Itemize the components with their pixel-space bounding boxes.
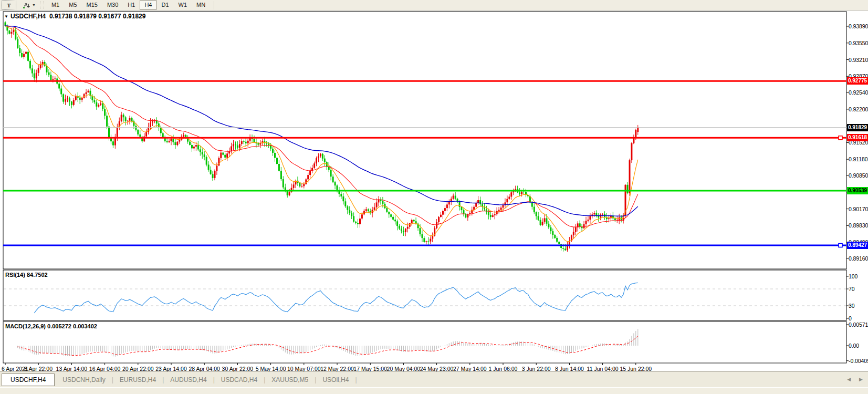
toolbar-separator: [214, 1, 214, 9]
rsi-tick-label: 70: [849, 286, 854, 292]
timeframe-button-m5[interactable]: M5: [64, 0, 81, 10]
timeframe-toolbar: M1M5M15M30H1H4D1W1MN: [47, 0, 210, 10]
price-badge-0.91618: 0.91618: [847, 134, 868, 141]
support-blue-line-handle[interactable]: [839, 244, 842, 247]
chart-tab-usoil[interactable]: USOil,H4: [316, 374, 355, 386]
arrows-tool-button[interactable]: ▼: [19, 1, 38, 10]
timeframe-button-w1[interactable]: W1: [174, 0, 192, 10]
price-tick-label: 0.93550: [849, 40, 868, 46]
price-tick-label: 0.90850: [849, 172, 868, 179]
timeframe-button-m1[interactable]: M1: [47, 0, 64, 10]
dropdown-caret-icon: ▼: [32, 3, 36, 7]
price-tick-label: 0.93890: [849, 23, 868, 29]
macd-label: MACD(12,26,9) 0.005272 0.003402: [5, 323, 97, 329]
price-badge-0.89427: 0.89427: [847, 242, 868, 249]
price-badge-0.91829: 0.91829: [847, 124, 868, 131]
macd-tick-label: 0.00: [849, 343, 859, 349]
chart-title: ▼ USDCHF,H4 0.91738 0.91879 0.91677 0.91…: [4, 13, 145, 20]
macd-tick-label: 0.005718: [849, 322, 868, 328]
timeframe-button-d1[interactable]: D1: [156, 0, 173, 10]
price-tick-label: 0.89160: [849, 255, 868, 262]
chart-tab-usdchf[interactable]: USDCHF,H4: [2, 374, 55, 386]
price-tick-label: 0.92200: [849, 106, 868, 112]
timeframe-button-mn[interactable]: MN: [192, 0, 210, 10]
main-panel-frame: [3, 12, 846, 269]
rsi-label: RSI(14) 84.7502: [5, 272, 48, 278]
timeframe-button-m30[interactable]: M30: [102, 0, 123, 10]
rsi-tick-label: 30: [849, 303, 854, 309]
chart-tab-bar: USDCHF,H4USDCNH,Daily|EURUSD,H4|AUDUSD,H…: [0, 371, 868, 387]
chart-tab-usdcnh[interactable]: USDCNH,Daily: [56, 374, 111, 386]
price-tick-label: 0.90170: [849, 206, 868, 212]
timeframe-button-h4[interactable]: H4: [140, 0, 156, 10]
price-badge-0.90539: 0.90539: [847, 187, 868, 194]
tab-divider: |: [355, 376, 357, 383]
price-chart-canvas[interactable]: [0, 11, 868, 371]
chart-title-text: USDCHF,H4 0.91738 0.91879 0.91677 0.9182…: [11, 13, 146, 20]
toolbar-grip: [40, 2, 44, 8]
tab-scroll-left-icon[interactable]: ◀: [847, 377, 851, 382]
chart-tab-audusd[interactable]: AUDUSD,H4: [164, 374, 213, 386]
macd-panel-frame: [3, 322, 846, 363]
price-tick-label: 0.93210: [849, 57, 868, 63]
price-tick-label: 0.91180: [849, 156, 867, 162]
rsi-tick-label: 100: [849, 273, 857, 279]
tab-scroll-right-icon[interactable]: ▶: [859, 377, 863, 382]
chart-tab-xauusd[interactable]: XAUUSD,M5: [265, 374, 315, 386]
tab-scroll-arrows: ◀ ▶: [847, 377, 863, 382]
price-badge-0.92775: 0.92775: [847, 77, 868, 85]
status-strip: [0, 387, 868, 394]
resistance-lower-line-handle[interactable]: [839, 136, 842, 140]
chart-menu-triangle-icon: ▼: [4, 14, 8, 19]
chart-tab-eurusd[interactable]: EURUSD,H4: [113, 374, 162, 386]
timeframe-button-h1[interactable]: H1: [123, 0, 140, 10]
timeframe-button-m15[interactable]: M15: [82, 0, 102, 10]
macd-tick-label: -0.004094: [849, 358, 868, 364]
chart-tab-usdcad[interactable]: USDCAD,H4: [215, 374, 264, 386]
arrows-tool-icon: [22, 2, 30, 9]
text-tool-button[interactable]: T: [2, 1, 16, 10]
rsi-tick-label: 0: [849, 315, 852, 322]
chart-area[interactable]: ▼ USDCHF,H4 0.91738 0.91879 0.91677 0.91…: [0, 11, 868, 371]
price-tick-label: 0.92540: [849, 89, 868, 96]
top-toolbar: T ▼ M1M5M15M30H1H4D1W1MN: [0, 0, 868, 11]
price-tick-label: 0.89830: [849, 222, 868, 229]
rsi-panel-frame: [3, 270, 846, 320]
